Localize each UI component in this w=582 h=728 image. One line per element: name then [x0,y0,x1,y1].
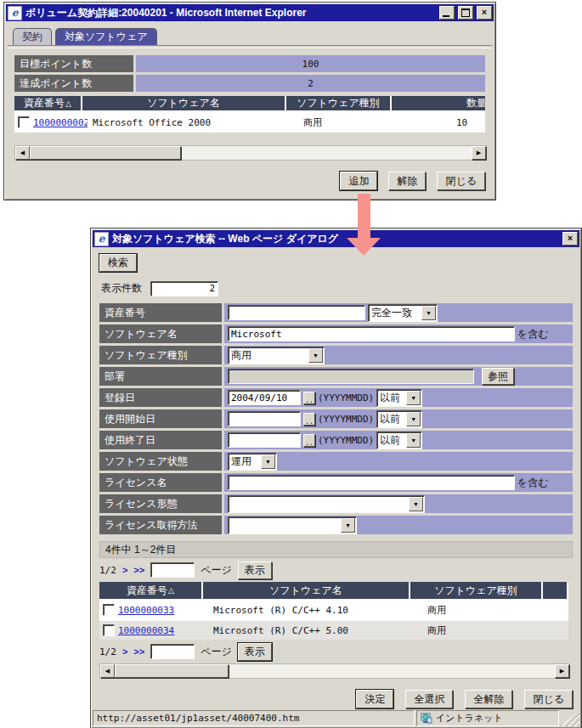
contract-point-fields: 目標ポイント数 100 達成ポイント数 2 [14,55,485,94]
window2-horizontal-scrollbar[interactable]: ◀ ▶ [99,663,570,679]
arrow-shaft [358,194,370,238]
browse-button[interactable]: 参照 [482,368,514,385]
software-status-select[interactable]: 運用 ▼ [228,453,277,471]
clear-all-button[interactable]: 全解除 [465,690,512,708]
date-picker-icon[interactable]: .. [303,434,315,447]
asset-number-link[interactable]: 1000000033 [118,605,174,616]
software-name-input[interactable] [228,326,515,341]
select-value: 以前 [377,412,405,426]
chevron-down-icon: ▼ [406,412,421,426]
select-value: 以前 [377,391,405,405]
form-row-software-type: ソフトウェア種別 商用 ▼ [99,346,573,364]
arrow-head [347,238,381,256]
next-page-link[interactable]: > [122,646,127,657]
window1-title: ボリューム契約詳細:20040201 - Microsoft Internet … [25,6,436,20]
field-label: 部署 [99,367,222,386]
date-picker-icon[interactable]: .. [303,413,315,426]
pager-bottom: 1/2 > >> ページ 表示 [99,643,573,660]
start-date-input[interactable] [228,411,301,426]
field-row-achieved-points: 達成ポイント数 2 [14,75,485,92]
tab-target-software[interactable]: 対象ソフトウェア [55,28,157,45]
window2-titlebar[interactable]: e 対象ソフトウェア検索 -- Web ページ ダイアログ × [93,230,579,247]
row-checkbox[interactable] [18,116,30,128]
maximize-button[interactable] [458,6,473,20]
search-button[interactable]: 検索 [99,254,137,272]
window1-titlebar[interactable]: e ボリューム契約詳細:20040201 - Microsoft Interne… [6,4,494,21]
end-date-input[interactable] [228,432,301,448]
license-form-select[interactable]: ▼ [228,495,425,513]
scrollbar-track[interactable] [30,146,472,160]
field-area: 運用 ▼ [224,452,573,471]
scrollbar-thumb[interactable] [115,664,229,678]
minimize-button[interactable] [439,6,455,20]
asset-number-link[interactable]: 1000000002 [33,117,88,128]
show-page-button[interactable]: 表示 [238,643,272,661]
form-row-asset-number: 資産番号 完全一致 ▼ [99,303,573,322]
field-label: ライセンス取得方法 [99,516,222,534]
tab-contract[interactable]: 契約 [13,28,52,45]
date-condition-select[interactable]: 以前 ▼ [376,432,422,449]
scroll-right-icon[interactable]: ▶ [472,146,486,160]
close-dialog-button[interactable]: 閉じる [524,690,573,708]
show-page-button[interactable]: 表示 [238,562,272,579]
intranet-zone-icon [421,713,432,724]
release-button[interactable]: 解除 [388,172,426,190]
page-number-input[interactable] [150,644,195,659]
asset-number-input[interactable] [228,305,365,320]
select-all-button[interactable]: 全選択 [405,690,453,708]
chevron-down-icon: ▼ [421,306,436,320]
scrollbar-track[interactable] [115,664,555,678]
chevron-down-icon: ▼ [308,348,323,363]
header-software-name: ソフトウェア名 [203,582,409,599]
row-cell-extra [563,601,582,619]
registration-date-input[interactable] [228,390,301,405]
result-table: 資産番号△ ソフトウェア名 ソフトウェア種別 1000000033 Micros… [99,582,568,640]
last-page-link[interactable]: >> [133,565,144,575]
software-table-header: 資産番号△ ソフトウェア名 ソフトウェア種別 数量 [14,96,485,110]
next-page-link[interactable]: > [122,565,127,575]
add-button[interactable]: 追加 [340,172,377,190]
window1-horizontal-scrollbar[interactable]: ◀ ▶ [14,145,487,161]
page-indicator: 1/2 [99,646,116,657]
row-cell-software-type: 商用 [424,601,562,619]
resize-grip[interactable] [561,710,579,726]
row-cell-software-type: 商用 [300,112,410,133]
page-label: ページ [201,563,232,578]
select-value: 運用 [229,454,260,469]
page-number-input[interactable] [150,562,195,578]
date-picker-icon[interactable]: .. [303,392,315,404]
ok-button[interactable]: 決定 [356,690,393,708]
asset-number-link[interactable]: 1000000034 [118,625,174,636]
field-area: .. (YYYYMMDD) 以前 ▼ [224,431,573,449]
license-method-select[interactable]: ▼ [228,516,357,534]
zone-label: イントラネット [436,712,503,725]
date-condition-select[interactable]: 以前 ▼ [376,389,422,407]
field-label: 資産番号 [99,303,222,322]
scroll-left-icon[interactable]: ◀ [15,146,30,160]
header-asset-number[interactable]: 資産番号△ [14,96,81,110]
match-type-select[interactable]: 完全一致 ▼ [368,304,438,322]
field-label: 使用終了日 [99,431,222,449]
row-checkbox[interactable] [103,624,115,636]
scrollbar-thumb[interactable] [30,146,181,160]
scroll-right-icon[interactable]: ▶ [555,664,569,678]
last-page-link[interactable]: >> [133,646,144,657]
date-condition-select[interactable]: 以前 ▼ [376,410,422,428]
header-asset-number[interactable]: 資産番号△ [99,582,201,599]
row-checkbox[interactable] [103,604,115,616]
target-points-value: 100 [136,55,485,72]
row-cell-software-name: Microsoft Office 2000 [89,112,298,133]
field-label: 達成ポイント数 [14,75,133,92]
software-table-viewport: 資産番号△ ソフトウェア名 ソフトウェア種別 数量 1000000002 Mic… [14,96,485,135]
close-window-button[interactable]: 閉じる [437,172,485,190]
page-label: ページ [201,645,232,659]
window1-button-row: 追加 解除 閉じる [14,172,485,190]
display-count-input[interactable] [150,281,218,296]
software-type-select[interactable]: 商用 ▼ [228,347,325,364]
close-button[interactable]: × [477,6,492,20]
license-name-input[interactable] [228,475,515,490]
field-row-target-points: 目標ポイント数 100 [14,55,485,72]
chevron-down-icon: ▼ [406,391,421,405]
scroll-left-icon[interactable]: ◀ [100,664,115,678]
close-button[interactable]: × [562,232,578,245]
